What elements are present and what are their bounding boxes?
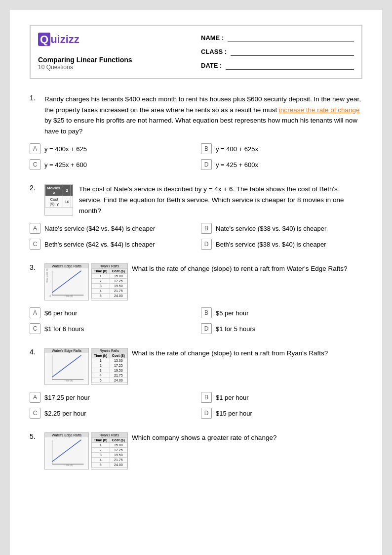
q3-r5-cost: 24.00 — [110, 294, 127, 299]
q2-table-header-4: 4 — [71, 185, 73, 196]
q3-r5-time: 5 — [92, 294, 110, 299]
q2-option-c: C Beth's service ($42 vs. $44) is cheape… — [30, 239, 191, 250]
q3-number: 3. — [30, 263, 39, 300]
q3-option-d-letter: D — [201, 323, 212, 334]
q3-option-a-text: $6 per hour — [44, 309, 78, 317]
q3-option-c-letter: C — [30, 323, 40, 334]
q3-option-c: C $1 for 6 hours — [30, 323, 191, 334]
q4-option-a: A $17.25 per hour — [30, 392, 191, 403]
q3-r1-time: 1 — [92, 274, 110, 279]
q1-options: A y = 400x + 625 B y = 400 + 625x C y = … — [30, 143, 362, 170]
q2-table-cost-20: 20 — [71, 196, 73, 208]
q3-r1-cost: 15.00 — [110, 274, 127, 279]
q1-option-c-letter: C — [30, 159, 40, 170]
q5-raft-images: Water's Edge Rafts Time (h) Ryan's Rafts — [44, 432, 128, 470]
q4-mini-table: Time (h) Cost ($) 115.00 217.25 319.50 4… — [91, 353, 127, 383]
question-4: 4. Water's Edge Rafts Time (h) — [30, 348, 362, 419]
question-1: 1. Randy charges his tenants $400 each m… — [30, 94, 362, 170]
q3-r3-cost: 19.50 — [110, 284, 127, 289]
svg-text:Total Cost ($): Total Cost ($) — [46, 268, 48, 283]
q3-r2-time: 2 — [92, 279, 110, 284]
q2-option-a-text: Nate's service ($42 vs. $44) is cheaper — [44, 225, 155, 232]
q2-option-a-letter: A — [30, 223, 40, 234]
q3-raft-table: Ryan's Rafts Time (h) Cost ($) 115.00 21 — [91, 263, 128, 300]
q1-option-d: D y = 425 + 600x — [201, 159, 362, 170]
q2-option-b-letter: B — [201, 223, 212, 234]
q1-option-d-text: y = 425 + 600x — [216, 161, 258, 169]
q5-graph-title: Water's Edge Rafts — [45, 433, 88, 437]
q3-r4-time: 4 — [92, 289, 110, 294]
q3-option-d: D $1 for 5 hours — [201, 323, 362, 334]
q4-option-b-text: $1 per hour — [216, 394, 249, 401]
q2-option-c-text: Beth's service ($42 vs. $44) is cheaper — [44, 241, 155, 248]
q4-option-d-text: $15 per hour — [216, 410, 252, 417]
q3-text: What is the rate of change (slope) to re… — [132, 263, 348, 274]
q4-text: What is the rate of change (slope) to re… — [132, 348, 328, 359]
logo: Quizizz — [38, 33, 191, 46]
date-field-row: DATE : — [201, 61, 354, 70]
q3-option-b: B $5 per hour — [201, 307, 362, 318]
svg-rect-0 — [47, 268, 86, 298]
class-field-row: CLASS : — [201, 47, 354, 56]
name-line — [228, 33, 354, 42]
q4-option-a-letter: A — [30, 392, 40, 403]
logo-q: Q — [38, 33, 50, 46]
q4-graph-title: Water's Edge Rafts — [45, 348, 88, 353]
q4-option-b: B $1 per hour — [201, 392, 362, 403]
q2-option-b-text: Nate's service ($38 vs. $40) is cheaper — [216, 225, 326, 232]
svg-text:Time (h): Time (h) — [64, 464, 73, 467]
q1-highlight: increase the rate of change — [279, 106, 360, 114]
worksheet-title: Comparing Linear Functions — [38, 56, 191, 64]
q2-text: The cost of Nate's service is described … — [79, 184, 362, 216]
question-2: 2. Movies, x 2 4 6 8 — [30, 184, 362, 250]
q2-table-header-2: 2 — [63, 185, 71, 196]
q1-option-b: B y = 400 + 625x — [201, 143, 362, 154]
q4-option-d-letter: D — [201, 408, 212, 419]
q3-r2-cost: 17.25 — [110, 279, 127, 284]
q5-table-title: Ryan's Rafts — [91, 433, 127, 437]
date-label: DATE : — [201, 62, 222, 69]
svg-rect-7 — [47, 353, 86, 382]
q4-table-cost-header: Cost ($) — [110, 353, 127, 358]
q2-movie-table: Movies, x 2 4 6 8 Cost ($), y 10 — [45, 184, 73, 208]
q4-table-title: Ryan's Rafts — [91, 348, 127, 353]
q2-options: A Nate's service ($42 vs. $44) is cheape… — [30, 223, 362, 250]
q2-option-d-text: Beth's service ($38 vs. $40) is cheaper — [216, 241, 326, 248]
q4-option-b-letter: B — [201, 392, 212, 403]
q4-header: 4. Water's Edge Rafts Time (h) — [30, 348, 362, 385]
q1-option-c-text: y = 425x + 600 — [44, 161, 87, 169]
q5-header: 5. Water's Edge Rafts Time (h) — [30, 432, 362, 470]
q5-raft-table: Ryan's Rafts Time (h) Cost ($) 115.00 21 — [91, 432, 128, 470]
name-label: NAME : — [201, 34, 224, 42]
q3-header: 3. Water's Edge Rafts 0 — [30, 263, 362, 300]
q1-option-a-letter: A — [30, 143, 40, 154]
q4-options: A $17.25 per hour B $1 per hour C $2.25 … — [30, 392, 362, 419]
svg-rect-12 — [47, 437, 86, 467]
q2-option-d: D Beth's service ($38 vs. $40) is cheape… — [201, 239, 362, 250]
q3-option-c-text: $1 for 6 hours — [44, 325, 84, 333]
q2-option-d-letter: D — [201, 239, 212, 250]
q2-number: 2. — [30, 184, 39, 216]
q1-number: 1. — [30, 94, 39, 136]
q5-mini-table: Time (h) Cost ($) 115.00 217.25 319.50 4… — [91, 437, 127, 468]
q2-table-header-col1: Movies, x — [45, 185, 63, 196]
q4-graph: Water's Edge Rafts Time (h) — [44, 348, 89, 385]
q4-raft-images: Water's Edge Rafts Time (h) Ryan's Rafts — [44, 348, 128, 385]
q1-option-a-text: y = 400x + 625 — [44, 145, 87, 153]
header-left: Quizizz Comparing Linear Functions 10 Qu… — [38, 33, 191, 71]
q3-table-title: Ryan's Rafts — [91, 264, 127, 268]
q5-number: 5. — [30, 432, 39, 470]
q3-option-d-text: $1 for 5 hours — [216, 325, 255, 333]
q3-option-a-letter: A — [30, 307, 40, 318]
svg-text:Time (h): Time (h) — [64, 295, 73, 298]
q4-option-c-text: $2.25 per hour — [44, 410, 86, 417]
q2-option-c-letter: C — [30, 239, 40, 250]
q3-options: A $6 per hour B $5 per hour C $1 for 6 h… — [30, 307, 362, 334]
q5-graph: Water's Edge Rafts Time (h) — [44, 432, 89, 470]
q4-raft-table: Ryan's Rafts Time (h) Cost ($) 115.00 21 — [91, 348, 128, 385]
header-right: NAME : CLASS : DATE : — [191, 33, 354, 71]
q3-option-b-letter: B — [201, 307, 212, 318]
q1-option-b-text: y = 400 + 625x — [216, 145, 258, 153]
q4-number: 4. — [30, 348, 39, 385]
q3-r3-time: 3 — [92, 284, 110, 289]
